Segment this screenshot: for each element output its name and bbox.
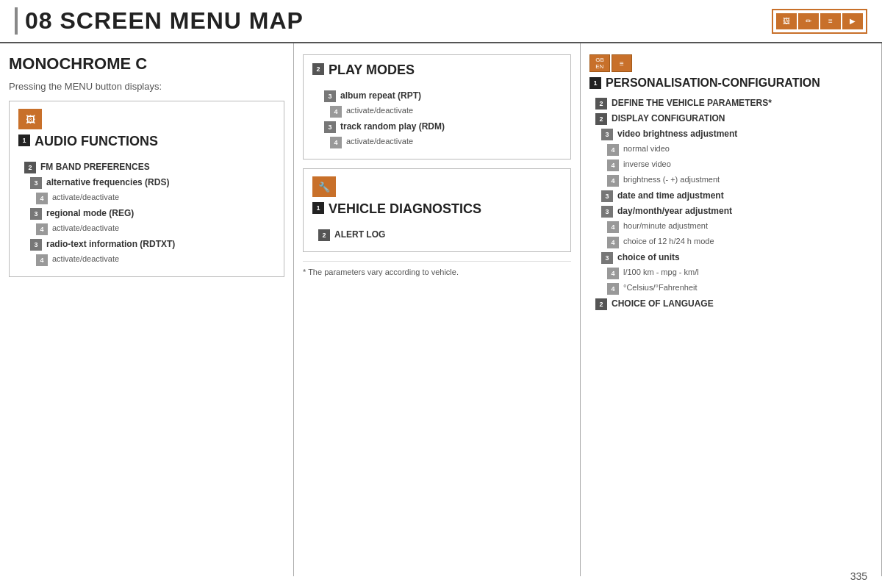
list-item: 2 FM BAND PREFERENCES [18, 161, 275, 173]
list-item: 2 CHOICE OF LANGUAGE [589, 298, 872, 310]
header-icon-4: ▶ [842, 13, 863, 29]
diagnostics-title: VEHICLE DIAGNOSTICS [329, 201, 481, 217]
list-item: 4 activate/deactivate [18, 223, 275, 235]
level-4-badge: 4 [36, 193, 48, 204]
item-label: video brightness adjustment [617, 128, 737, 140]
item-label: activate/deactivate [52, 223, 119, 234]
item-label: activate/deactivate [346, 105, 413, 116]
list-item: 3 album repeat (RPT) [312, 90, 562, 102]
level-3-badge: 3 [324, 121, 336, 133]
level-4-badge: 4 [607, 159, 619, 171]
column-2: 2 PLAY MODES 3 album repeat (RPT) 4 acti… [294, 43, 581, 576]
level-2-badge: 2 [595, 113, 607, 125]
diagnostics-icon: 🔧 [312, 176, 336, 197]
date-time-adjustment-label: date and time adjustment [617, 190, 724, 202]
column-1: MONOCHROME C Pressing the MENU button di… [0, 43, 294, 576]
list-item: 4 normal video [589, 143, 872, 156]
item-label: regional mode (REG) [46, 207, 134, 220]
item-label: normal video [623, 143, 670, 154]
level-3-badge: 3 [30, 177, 42, 189]
header: 08 SCREEN MENU MAP 🖼 ✏ ≡ ▶ [0, 0, 882, 43]
item-label: choice of units [617, 251, 680, 264]
level-4-badge: 4 [607, 144, 619, 156]
list-item: 4 activate/deactivate [18, 192, 275, 204]
col1-section-title: MONOCHROME C [9, 54, 284, 74]
audio-functions-box: 🖼 1 AUDIO FUNCTIONS 2 FM BAND PREFERENCE… [9, 101, 284, 277]
vehicle-diagnostics-box: 🔧 1 VEHICLE DIAGNOSTICS 2 ALERT LOG [303, 168, 571, 252]
list-item: 4 hour/minute adjustment [589, 220, 872, 233]
play-modes-box: 2 PLAY MODES 3 album repeat (RPT) 4 acti… [303, 54, 571, 159]
level-4-badge: 4 [607, 175, 619, 187]
list-item: 2 ALERT LOG [312, 229, 562, 241]
right-icon-pair: GBEN ≡ [589, 54, 872, 72]
list-item: 4 activate/deactivate [18, 254, 275, 266]
level-3-badge: 3 [601, 252, 613, 264]
level-2-badge: 2 [595, 98, 607, 110]
level-3-badge: 3 [601, 129, 613, 140]
header-icon-1: 🖼 [776, 13, 797, 29]
play-modes-title: PLAY MODES [329, 62, 415, 78]
config-level-1-badge: 1 [589, 77, 601, 89]
header-icon-group: 🖼 ✏ ≡ ▶ [772, 9, 867, 34]
list-item: 2 DEFINE THE VEHICLE PARAMETERS* [589, 97, 872, 110]
list-item: 3 radio-text information (RDTXT) [18, 238, 275, 251]
item-label: album repeat (RPT) [340, 90, 421, 102]
list-item: 4 choice of 12 h/24 h mode [589, 236, 872, 248]
item-label: alternative frequencies (RDS) [46, 176, 169, 189]
column-3: GBEN ≡ 1 PERSONALISATION-CONFIGURATION 2… [581, 43, 882, 576]
audio-icon: 🖼 [18, 109, 42, 129]
list-item: 3 alternative frequencies (RDS) [18, 176, 275, 189]
level-4-badge: 4 [607, 283, 619, 295]
list-item: 4 °Celsius/°Fahrenheit [589, 282, 872, 295]
audio-title: AUDIO FUNCTIONS [35, 134, 158, 149]
item-label: brightness (- +) adjustment [623, 174, 720, 185]
list-item: 3 date and time adjustment [589, 190, 872, 202]
item-label: hour/minute adjustment [623, 220, 708, 232]
item-label: track random play (RDM) [340, 121, 445, 133]
item-label: DISPLAY CONFIGURATION [612, 112, 725, 125]
level-3-badge: 3 [601, 190, 613, 202]
item-label: CHOICE OF LANGUAGE [612, 298, 714, 310]
header-icon-2: ✏ [798, 13, 819, 29]
level-3-badge: 3 [601, 206, 613, 218]
level-2-badge: 2 [595, 298, 607, 310]
level-2-badge: 2 [318, 229, 330, 241]
list-item: 4 l/100 km - mpg - km/l [589, 267, 872, 279]
header-icon-3: ≡ [820, 13, 841, 29]
item-label: °Celsius/°Fahrenheit [623, 282, 698, 293]
item-label: FM BAND PREFERENCES [40, 161, 150, 173]
item-label: activate/deactivate [52, 192, 119, 203]
list-item: 4 inverse video [589, 159, 872, 171]
col1-subtitle: Pressing the MENU button displays: [9, 81, 284, 92]
list-item: 4 activate/deactivate [312, 105, 562, 118]
level-4-badge: 4 [36, 223, 48, 235]
page-number: 335 [850, 570, 867, 582]
main-content: MONOCHROME C Pressing the MENU button di… [0, 43, 882, 576]
level-4-badge: 4 [36, 254, 48, 266]
level-4-badge: 4 [607, 268, 619, 279]
item-label: choice of 12 h/24 h mode [623, 236, 714, 247]
item-label: l/100 km - mpg - km/l [623, 267, 699, 278]
level-4-badge: 4 [607, 221, 619, 233]
item-label: day/month/year adjustment [617, 205, 732, 218]
item-label: DEFINE THE VEHICLE PARAMETERS* [612, 97, 772, 110]
list-item: 2 DISPLAY CONFIGURATION [589, 112, 872, 125]
audio-level-1-badge: 1 [18, 135, 30, 146]
play-level-2-badge: 2 [312, 63, 324, 75]
item-label: inverse video [623, 159, 671, 170]
level-3-badge: 3 [324, 90, 336, 102]
config-section-title: PERSONALISATION-CONFIGURATION [606, 76, 820, 90]
list-item: 3 choice of units [589, 251, 872, 264]
note-text: * The parameters vary according to vehic… [303, 261, 571, 276]
level-4-badge: 4 [330, 137, 342, 148]
item-label: activate/deactivate [346, 136, 413, 147]
list-item: 3 video brightness adjustment [589, 128, 872, 140]
list-item: 3 regional mode (REG) [18, 207, 275, 220]
item-label: ALERT LOG [334, 229, 385, 241]
config-icon: ≡ [612, 54, 632, 72]
gb-icon: GBEN [589, 54, 610, 72]
list-item: 4 activate/deactivate [312, 136, 562, 148]
level-4-badge: 4 [607, 237, 619, 248]
item-label: radio-text information (RDTXT) [46, 238, 175, 251]
level-3-badge: 3 [30, 239, 42, 251]
